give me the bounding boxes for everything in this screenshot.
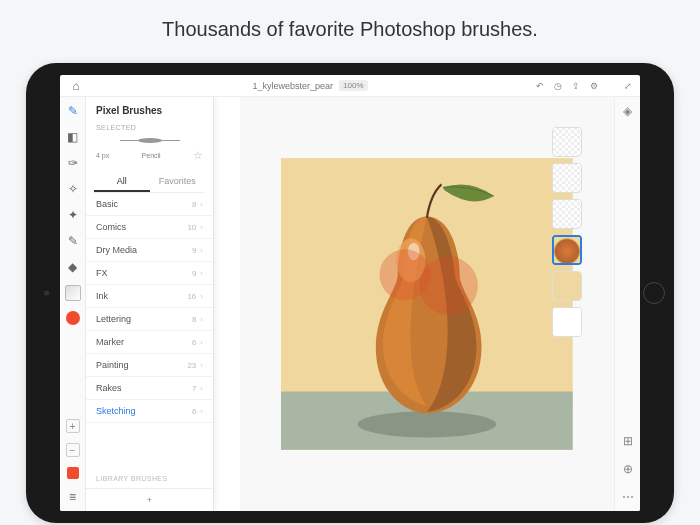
undo-icon[interactable]: ↶: [536, 81, 544, 91]
brush-name: Pencil: [142, 152, 161, 159]
transform-icon[interactable]: ✦: [65, 207, 81, 223]
brush-category[interactable]: Rakes7›: [86, 377, 213, 400]
eraser-icon[interactable]: ◧: [65, 129, 81, 145]
layers-icon[interactable]: ◈: [620, 103, 636, 119]
lasso-icon[interactable]: ✧: [65, 181, 81, 197]
secondary-color-chip[interactable]: [67, 467, 79, 479]
share-icon[interactable]: ⇪: [572, 81, 580, 91]
hero-text: Thousands of favorite Photoshop brushes.: [0, 0, 700, 63]
gear-icon[interactable]: ⚙: [590, 81, 598, 91]
brush-category[interactable]: Painting23›: [86, 354, 213, 377]
brush-category[interactable]: Basic8›: [86, 193, 213, 216]
favorite-star-icon[interactable]: ☆: [193, 149, 203, 162]
topbar: ⌂ 1_kylewebster_pear 100% ↶ ◷ ⇪ ⚙ ⤢: [60, 75, 640, 97]
brush-category[interactable]: Sketching6›: [86, 400, 213, 423]
add-layer-icon[interactable]: ⊕: [620, 461, 636, 477]
brush-category[interactable]: Marker6›: [86, 331, 213, 354]
brush-tool-icon[interactable]: ✎: [65, 103, 81, 119]
layer-thumb[interactable]: [552, 307, 582, 337]
zoom-badge[interactable]: 100%: [339, 80, 367, 91]
layer-thumb[interactable]: [552, 127, 582, 157]
tab-favorites[interactable]: Favorites: [150, 172, 206, 192]
home-icon[interactable]: ⌂: [68, 78, 84, 94]
selected-label: SELECTED: [96, 124, 203, 131]
more-icon[interactable]: ⋯: [620, 489, 636, 505]
layer-thumb[interactable]: [552, 163, 582, 193]
color-chip[interactable]: [66, 311, 80, 325]
reorder-icon[interactable]: ≡: [65, 489, 81, 505]
library-label: LIBRARY BRUSHES: [86, 469, 213, 488]
panel-title: Pixel Brushes: [86, 97, 213, 124]
layers-panel: [552, 127, 586, 337]
smudge-icon[interactable]: ✑: [65, 155, 81, 171]
brush-panel: Pixel Brushes SELECTED 4 px Pencil ☆ All…: [86, 97, 214, 511]
layer-thumb[interactable]: [552, 271, 582, 301]
right-toolbar: ◈ ⊞ ⊕ ⋯: [614, 97, 640, 511]
brush-size-label: 4 px: [96, 152, 109, 159]
canvas[interactable]: [240, 97, 614, 511]
image-tool-icon[interactable]: [65, 285, 81, 301]
layer-options-icon[interactable]: ⊞: [620, 433, 636, 449]
add-brush-button[interactable]: +: [86, 488, 213, 511]
eyedropper-icon[interactable]: ✎: [65, 233, 81, 249]
category-list: Basic8›Comics10›Dry Media9›FX9›Ink16›Let…: [86, 193, 213, 469]
ipad-frame: ⌂ 1_kylewebster_pear 100% ↶ ◷ ⇪ ⚙ ⤢ ✎ ◧ …: [26, 63, 674, 523]
home-button[interactable]: [643, 282, 665, 304]
layer-thumb-selected[interactable]: [552, 235, 582, 265]
svg-point-2: [358, 411, 497, 437]
brush-category[interactable]: Ink16›: [86, 285, 213, 308]
brush-preview[interactable]: [96, 133, 203, 147]
brush-category[interactable]: Dry Media9›: [86, 239, 213, 262]
svg-point-6: [420, 257, 478, 315]
fill-icon[interactable]: ◆: [65, 259, 81, 275]
tab-all[interactable]: All: [94, 172, 150, 192]
brush-category[interactable]: FX9›: [86, 262, 213, 285]
app-screen: ⌂ 1_kylewebster_pear 100% ↶ ◷ ⇪ ⚙ ⤢ ✎ ◧ …: [60, 75, 640, 511]
zoom-out-icon[interactable]: −: [66, 443, 80, 457]
zoom-in-icon[interactable]: +: [66, 419, 80, 433]
fullscreen-icon[interactable]: ⤢: [624, 81, 632, 91]
document-title: 1_kylewebster_pear: [252, 81, 333, 91]
help-icon[interactable]: ◷: [554, 81, 562, 91]
left-toolbar: ✎ ◧ ✑ ✧ ✦ ✎ ◆ + − ≡: [60, 97, 86, 511]
brush-category[interactable]: Lettering8›: [86, 308, 213, 331]
brush-category[interactable]: Comics10›: [86, 216, 213, 239]
layer-thumb[interactable]: [552, 199, 582, 229]
